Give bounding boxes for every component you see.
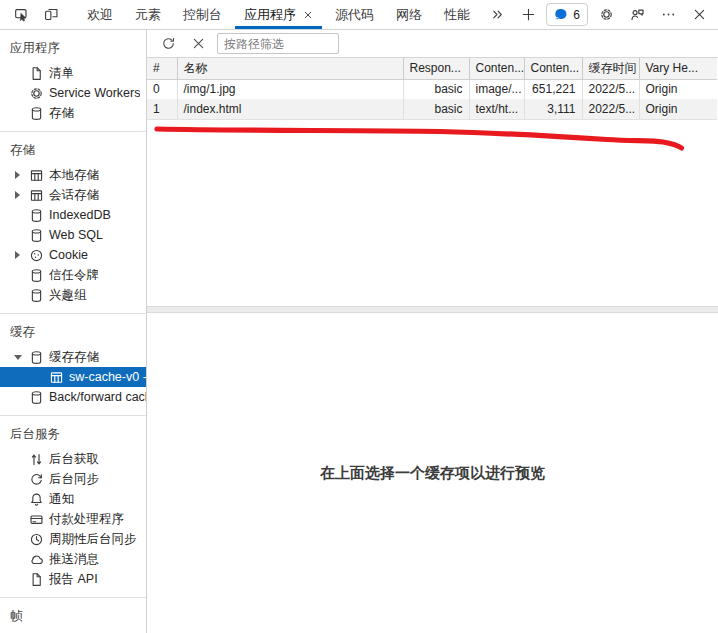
clock-icon: [28, 531, 44, 547]
sidebar-item[interactable]: 会话存储: [0, 185, 146, 205]
sidebar-section: 应用程序清单Service Workers存储: [0, 30, 146, 132]
sidebar-item[interactable]: 信任令牌: [0, 265, 146, 285]
devices-icon: [44, 7, 59, 22]
sidebar-item-label: 后台获取: [49, 451, 99, 468]
sidebar-item-label: Service Workers: [49, 86, 140, 100]
database-icon: [28, 105, 44, 121]
column-header[interactable]: Conten...: [469, 58, 524, 79]
sidebar-item[interactable]: 报告 API: [0, 569, 146, 589]
devtools-window: 欢迎元素控制台应用程序源代码网络性能 6 应用程序清单Service Worke…: [0, 0, 718, 633]
sidebar-item[interactable]: 付款处理程序: [0, 509, 146, 529]
sidebar-section-header: 应用程序: [0, 38, 146, 58]
sidebar-item-label: 本地存储: [49, 167, 99, 184]
gear-icon: [28, 85, 44, 101]
sidebar-item[interactable]: IndexedDB: [0, 205, 146, 225]
sidebar-section: 帧: [0, 598, 146, 633]
sidebar-item[interactable]: Cookie: [0, 245, 146, 265]
refresh-button[interactable]: [157, 33, 179, 55]
card-icon: [28, 511, 44, 527]
sidebar-item[interactable]: Web SQL: [0, 225, 146, 245]
tab-label: 性能: [444, 6, 470, 24]
panel-splitter[interactable]: [147, 306, 718, 313]
column-header[interactable]: 缓存时间: [582, 58, 639, 79]
sidebar-item[interactable]: 推送消息: [0, 549, 146, 569]
table-cell: image/...: [469, 79, 524, 99]
more-tabs-button[interactable]: [484, 2, 510, 28]
database-icon: [28, 287, 44, 303]
more-options-button[interactable]: [655, 2, 681, 28]
database-icon: [28, 267, 44, 283]
application-sidebar: 应用程序清单Service Workers存储存储本地存储会话存储Indexed…: [0, 30, 147, 633]
tab-label: 应用程序: [244, 6, 296, 24]
tab[interactable]: 源代码: [324, 0, 385, 29]
sidebar-item[interactable]: 后台获取: [0, 449, 146, 469]
sidebar-item-label: 兴趣组: [49, 287, 87, 304]
sidebar-section: 缓存缓存存储sw-cache-v0 - hBack/forward cache: [0, 314, 146, 416]
sidebar-item[interactable]: Back/forward cache: [0, 387, 146, 407]
sidebar-item[interactable]: 后台同步: [0, 469, 146, 489]
sidebar-item[interactable]: 存储: [0, 103, 146, 123]
sidebar-item[interactable]: 周期性后台同步: [0, 529, 146, 549]
close-devtools-button[interactable]: [686, 2, 712, 28]
sidebar-item-label: 报告 API: [49, 571, 98, 588]
inspect-icon: [14, 7, 29, 22]
sidebar-item[interactable]: 缓存存储: [0, 347, 146, 367]
cache-entries-table: #名称Respon...Conten...Conten...缓存时间Vary H…: [147, 58, 717, 120]
tab[interactable]: 网络: [385, 0, 433, 29]
sidebar-section: 后台服务后台获取后台同步通知付款处理程序周期性后台同步推送消息报告 API: [0, 416, 146, 598]
issues-button[interactable]: 6: [546, 3, 588, 26]
panel-tabs: 欢迎元素控制台应用程序源代码网络性能: [76, 0, 481, 29]
tab[interactable]: 元素: [124, 0, 172, 29]
chevron-right-icon[interactable]: [12, 191, 23, 199]
sidebar-item[interactable]: 通知: [0, 489, 146, 509]
column-header[interactable]: Conten...: [524, 58, 582, 79]
column-header[interactable]: Vary He...: [639, 58, 717, 79]
device-toolbar-button[interactable]: [38, 2, 64, 28]
tab[interactable]: 控制台: [172, 0, 233, 29]
column-header[interactable]: 名称: [177, 58, 403, 79]
delete-selected-button[interactable]: [187, 33, 209, 55]
database-icon: [28, 227, 44, 243]
column-header[interactable]: #: [147, 58, 177, 79]
cache-entries-grid: #名称Respon...Conten...Conten...缓存时间Vary H…: [147, 58, 718, 306]
tab[interactable]: 应用程序: [233, 0, 324, 29]
table-row[interactable]: 0/img/1.jpgbasicimage/...651,2212022/5..…: [147, 79, 717, 99]
sidebar-item[interactable]: 兴趣组: [0, 285, 146, 305]
feedback-button[interactable]: [624, 2, 650, 28]
sidebar-item-label: 付款处理程序: [49, 511, 124, 528]
sidebar-item[interactable]: Service Workers: [0, 83, 146, 103]
tab[interactable]: 性能: [433, 0, 481, 29]
settings-button[interactable]: [593, 2, 619, 28]
tab-label: 元素: [135, 6, 161, 24]
chevron-right-icon[interactable]: [12, 171, 23, 179]
plus-icon: [521, 7, 536, 22]
table-cell: /index.html: [177, 99, 403, 119]
sidebar-section-header: 缓存: [0, 322, 146, 342]
tabbar-right-controls: 6: [484, 2, 718, 28]
devtools-content: 应用程序清单Service Workers存储存储本地存储会话存储Indexed…: [0, 30, 718, 633]
sidebar-item-label: IndexedDB: [49, 208, 111, 222]
tab[interactable]: 欢迎: [76, 0, 124, 29]
tab-close-icon[interactable]: [303, 10, 313, 20]
tab-label: 网络: [396, 6, 422, 24]
sidebar-item-label: 缓存存储: [49, 349, 99, 366]
preview-placeholder-message: 在上面选择一个缓存项以进行预览: [320, 464, 545, 483]
sync-icon: [28, 471, 44, 487]
add-tab-button[interactable]: [515, 2, 541, 28]
chevron-down-icon[interactable]: [12, 355, 23, 360]
database-icon: [28, 207, 44, 223]
table-cell: basic: [403, 79, 469, 99]
table-row[interactable]: 1/index.htmlbasictext/ht...3,1112022/5..…: [147, 99, 717, 119]
sidebar-item[interactable]: sw-cache-v0 - h: [0, 367, 146, 387]
table-cell: Origin: [639, 79, 717, 99]
chevron-right-icon[interactable]: [12, 251, 23, 259]
sidebar-item-label: 清单: [49, 65, 74, 82]
sidebar-item-label: Cookie: [49, 248, 88, 262]
table-icon: [48, 369, 64, 385]
inspect-element-button[interactable]: [8, 2, 34, 28]
sidebar-item[interactable]: 清单: [0, 63, 146, 83]
sidebar-item[interactable]: 本地存储: [0, 165, 146, 185]
chevron-double-right-icon: [490, 7, 505, 22]
filter-by-path-input[interactable]: [217, 33, 339, 54]
column-header[interactable]: Respon...: [403, 58, 469, 79]
